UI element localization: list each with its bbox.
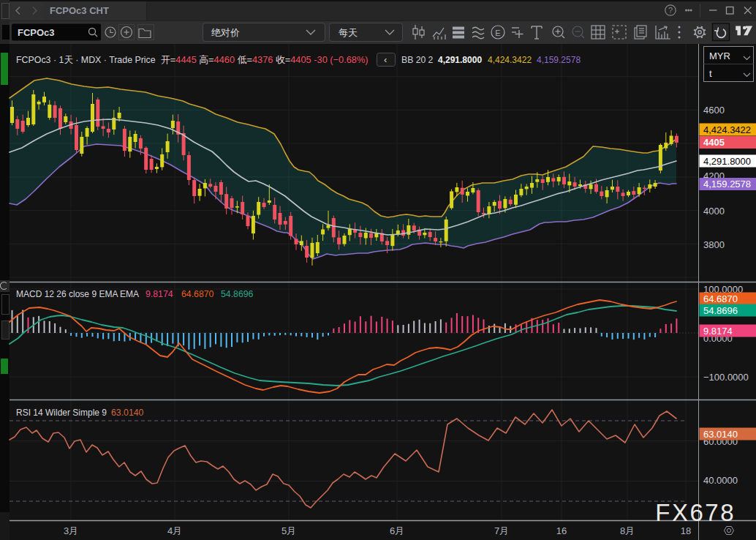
svg-text:4600: 4600 <box>703 105 725 116</box>
svg-text:18: 18 <box>681 525 691 536</box>
svg-text:每天: 每天 <box>339 27 358 38</box>
svg-text:4,291.8000: 4,291.8000 <box>703 156 751 167</box>
svg-text:4,159.2578: 4,159.2578 <box>703 179 751 190</box>
svg-text:?: ? <box>668 6 673 15</box>
svg-text:开=4445 高=4460 低=4376 收=4405 -3: 开=4445 高=4460 低=4376 收=4405 -30 (−0.68%) <box>161 54 368 65</box>
svg-text:63.0140: 63.0140 <box>111 408 144 418</box>
svg-text:绝对价: 绝对价 <box>211 27 240 38</box>
svg-text:63.0140: 63.0140 <box>703 429 738 440</box>
svg-text:E: E <box>495 29 500 37</box>
svg-text:9.8174: 9.8174 <box>145 289 173 299</box>
svg-text:40.0000: 40.0000 <box>703 475 738 486</box>
svg-text:FCPOc3 CHT: FCPOc3 CHT <box>50 5 109 16</box>
svg-text:64.6870: 64.6870 <box>703 293 738 304</box>
svg-text:FCPOc3: FCPOc3 <box>18 27 55 38</box>
svg-text:3月: 3月 <box>64 525 78 536</box>
svg-text:6月: 6月 <box>390 525 404 536</box>
svg-text:9.8174: 9.8174 <box>703 326 733 337</box>
svg-text:16: 16 <box>556 525 567 536</box>
svg-text:4,424.3422: 4,424.3422 <box>703 124 751 135</box>
svg-text:RSI 14 Wilder Simple 9: RSI 14 Wilder Simple 9 <box>16 408 107 418</box>
svg-text:−100.0000: −100.0000 <box>703 372 749 383</box>
svg-text:FX678: FX678 <box>655 499 736 526</box>
svg-text:4月: 4月 <box>167 525 182 536</box>
svg-text:4,159.2578: 4,159.2578 <box>537 55 581 65</box>
svg-text:BB 20 2: BB 20 2 <box>401 55 434 65</box>
svg-text:MACD 12 26 close 9 EMA EMA: MACD 12 26 close 9 EMA EMA <box>16 289 139 299</box>
svg-text:54.8696: 54.8696 <box>221 289 254 299</box>
svg-text:64.6870: 64.6870 <box>181 289 214 299</box>
svg-text:4000: 4000 <box>703 206 725 217</box>
svg-text:7月: 7月 <box>494 525 509 536</box>
svg-text:4405: 4405 <box>703 137 725 148</box>
svg-text:4,424.3422: 4,424.3422 <box>488 55 532 65</box>
svg-text:FCPOc3 · 1天 · MDX · Trade Pric: FCPOc3 · 1天 · MDX · Trade Price <box>16 55 156 65</box>
svg-text:4,291.8000: 4,291.8000 <box>438 55 482 65</box>
svg-text:3800: 3800 <box>703 239 725 250</box>
svg-text:t: t <box>709 68 712 79</box>
svg-text:MYR: MYR <box>709 50 730 61</box>
svg-text:8月: 8月 <box>620 525 635 536</box>
svg-text:‹: ‹ <box>384 54 387 65</box>
svg-text:5月: 5月 <box>281 525 296 536</box>
svg-text:54.8696: 54.8696 <box>703 305 738 316</box>
